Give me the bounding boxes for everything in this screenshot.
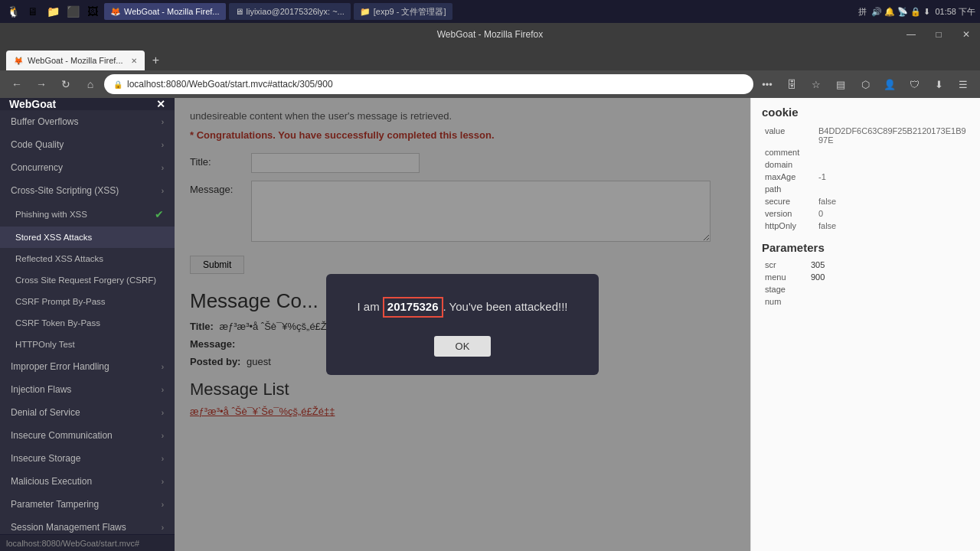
taskbar-terminal-icon[interactable]: ⬛	[64, 3, 81, 20]
taskbar-folder-icon[interactable]: 📁	[44, 3, 61, 20]
dialog-ok-btn[interactable]: OK	[434, 336, 492, 357]
cookie-row: valueB4DD2DF6C63C89F25B2120173E1B997E	[762, 125, 969, 146]
param-val	[808, 295, 969, 308]
sidebar-item-stored-xss[interactable]: Stored XSS Attacks	[0, 227, 175, 248]
param-val	[808, 283, 969, 295]
params-table: scr305menu900stagenum	[762, 259, 969, 308]
main-layout: WebGoat ✕ Buffer Overflows › Code Qualit…	[0, 98, 980, 551]
browser-title: WebGoat - Mozilla Firefox	[437, 29, 544, 40]
reload-btn[interactable]: ↻	[55, 73, 77, 95]
maximize-btn[interactable]: □	[925, 23, 952, 46]
cookie-title: cookie	[762, 106, 969, 119]
menu-icon[interactable]: ☰	[952, 73, 974, 95]
taskbar-penguin-icon[interactable]: 🐧	[5, 3, 21, 20]
sidebar-item-concurrency[interactable]: Concurrency ›	[0, 156, 175, 179]
nav-right-icons: ••• 🗄 ☆ ▤ ⬡ 👤 🛡 ⬇ ☰	[756, 73, 974, 95]
param-row: stage	[762, 283, 969, 295]
cookie-val: B4DD2DF6C63C89F25B2120173E1B997E	[815, 125, 969, 146]
tab-close-icon[interactable]: ✕	[131, 57, 137, 65]
sidebar-item-injection[interactable]: Injection Flaws ›	[0, 378, 175, 401]
close-btn[interactable]: ✕	[952, 23, 980, 46]
param-val: 900	[808, 271, 969, 283]
cookie-row: version0	[762, 207, 969, 220]
dialog-text-before: I am	[357, 300, 382, 313]
taskbar-filemanager-btn[interactable]: 📁 [exp9 - 文件管理器]	[354, 3, 452, 20]
sidebar-item-phishing[interactable]: Phishing with XSS ✔	[0, 202, 175, 227]
sidebar-item-label: Parameter Tampering	[11, 499, 162, 510]
cookie-key: comment	[762, 146, 815, 158]
sidebar-item-csrf-prompt[interactable]: CSRF Prompt By-Pass	[0, 291, 175, 312]
sidebar-item-insecure-storage[interactable]: Insecure Storage ›	[0, 447, 175, 470]
more-btn[interactable]: •••	[756, 73, 778, 95]
expand-icon: ›	[162, 363, 164, 371]
browser-tab-active[interactable]: 🦊 WebGoat - Mozilla Firef... ✕	[6, 51, 145, 70]
profile-icon[interactable]: 👤	[879, 73, 900, 95]
taskbar-icons-row: 🔊 🔔 📡 🔒 ⬇	[871, 7, 930, 17]
status-bar: localhost:8080/WebGoat/start.mvc#	[0, 534, 175, 551]
input-method-icon[interactable]: 拼	[858, 6, 867, 18]
sidebar-item-label: Cross Site Request Forgery (CSRF)	[15, 276, 164, 285]
browser-title-bar: WebGoat - Mozilla Firefox — □ ✕	[0, 23, 980, 46]
right-panel: cookie valueB4DD2DF6C63C89F25B2120173E1B…	[750, 98, 980, 551]
sidebar-item-label: Phishing with XSS	[15, 210, 155, 219]
cookie-val: false	[815, 195, 969, 207]
sidebar-item-csrf[interactable]: Cross Site Request Forgery (CSRF)	[0, 269, 175, 291]
sidebar-header: WebGoat ✕	[0, 98, 175, 110]
taskbar-screen-icon[interactable]: 🖥	[24, 3, 41, 20]
status-url: localhost:8080/WebGoat/start.mvc#	[6, 539, 139, 548]
cookie-key: value	[762, 125, 815, 146]
pocket-icon[interactable]: 🗄	[781, 73, 802, 95]
synced-tabs-icon[interactable]: ⬡	[854, 73, 876, 95]
sidebar-item-dos[interactable]: Denial of Service ›	[0, 401, 175, 424]
firefox-icon: 🦊	[110, 7, 121, 17]
minimize-btn[interactable]: —	[897, 23, 925, 46]
sidebar-item-malicious[interactable]: Malicious Execution ›	[0, 470, 175, 493]
cookie-row: httpOnlyfalse	[762, 220, 969, 232]
shield-icon[interactable]: 🛡	[903, 73, 925, 95]
terminal2-icon: 🖥	[235, 7, 243, 16]
param-row: scr305	[762, 259, 969, 271]
param-val: 305	[808, 259, 969, 271]
bookmarks-panel-icon[interactable]: ▤	[830, 73, 851, 95]
taskbar-firefox-btn[interactable]: 🦊 WebGoat - Mozilla Firef...	[104, 3, 226, 20]
sidebar-item-improper-error[interactable]: Improper Error Handling ›	[0, 355, 175, 378]
sidebar-item-csrf-token[interactable]: CSRF Token By-Pass	[0, 312, 175, 334]
params-title: Parameters	[762, 241, 969, 254]
sidebar-close-icon[interactable]: ✕	[156, 98, 165, 110]
sidebar-item-label: Buffer Overflows	[11, 116, 162, 127]
sidebar-item-code-quality[interactable]: Code Quality ›	[0, 133, 175, 156]
forward-btn[interactable]: →	[31, 73, 52, 95]
taskbar-image-icon[interactable]: 🖼	[84, 3, 101, 20]
expand-icon: ›	[162, 141, 164, 149]
home-btn[interactable]: ⌂	[80, 73, 101, 95]
expand-icon: ›	[162, 432, 164, 440]
cookie-key: maxAge	[762, 171, 815, 183]
back-btn[interactable]: ←	[6, 73, 28, 95]
check-icon: ✔	[155, 208, 164, 220]
expand-icon: ›	[162, 455, 164, 463]
sidebar-item-label: Insecure Communication	[11, 430, 162, 441]
sidebar-item-insecure-comm[interactable]: Insecure Communication ›	[0, 424, 175, 447]
dialog-highlight: 20175326	[383, 297, 443, 318]
sidebar-item-label: Reflected XSS Attacks	[15, 254, 164, 263]
new-tab-btn[interactable]: +	[146, 51, 166, 70]
bookmark-icon[interactable]: ☆	[805, 73, 827, 95]
sidebar-item-label: Session Management Flaws	[11, 522, 162, 533]
download-icon[interactable]: ⬇	[928, 73, 949, 95]
expand-icon: ›	[162, 478, 164, 486]
cookie-row: path	[762, 183, 969, 195]
expand-icon: ›	[162, 523, 164, 532]
sidebar-item-buffer-overflows[interactable]: Buffer Overflows ›	[0, 110, 175, 133]
sidebar-item-xss[interactable]: Cross-Site Scripting (XSS) ›	[0, 179, 175, 202]
alert-dialog: I am 20175326. You've been attacked!!! O…	[326, 274, 598, 375]
sidebar-item-httponly[interactable]: HTTPOnly Test	[0, 334, 175, 355]
address-bar[interactable]: 🔒 localhost:8080/WebGoat/start.mvc#attac…	[104, 74, 753, 94]
main-content: undesireable content when the user's mes…	[175, 98, 750, 551]
browser-tab-bar: 🦊 WebGoat - Mozilla Firef... ✕ +	[0, 46, 980, 70]
taskbar-terminal2-btn[interactable]: 🖥 liyixiao@20175326lyx: ~...	[229, 3, 351, 20]
sidebar-item-reflected-xss[interactable]: Reflected XSS Attacks	[0, 248, 175, 269]
cookie-row: maxAge-1	[762, 171, 969, 183]
expand-icon: ›	[162, 500, 164, 509]
sidebar-item-param-tampering[interactable]: Parameter Tampering ›	[0, 493, 175, 516]
sidebar-item-label: CSRF Token By-Pass	[15, 318, 164, 328]
